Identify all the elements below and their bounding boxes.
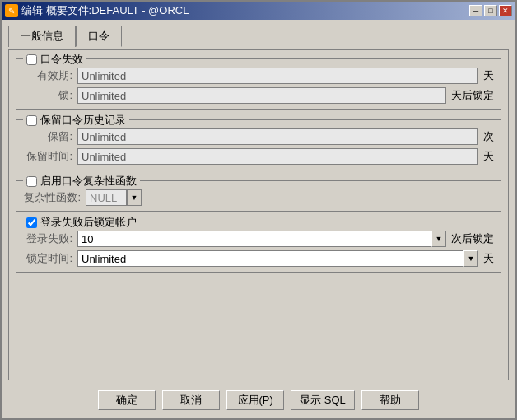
checkbox-history[interactable] [26, 115, 37, 126]
group-complexity: 启用口令复杂性函数 复杂性函数: ▼ [16, 180, 501, 212]
lockout-row-2: 锁定时间: ▼ 天 [23, 250, 494, 267]
lockout-input-1[interactable] [77, 231, 431, 247]
tab-general[interactable]: 一般信息 [8, 26, 76, 47]
apply-button[interactable]: 应用(P) [226, 390, 284, 410]
lockout-label-2: 锁定时间: [23, 251, 72, 266]
button-bar: 确定 取消 应用(P) 显示 SQL 帮助 [8, 384, 509, 413]
history-label-1: 保留: [23, 129, 72, 144]
lockout-input-2[interactable] [77, 250, 463, 267]
checkbox-expire[interactable] [26, 54, 37, 65]
group-expire-content: 有效期: 天 锁: 天后锁定 [23, 68, 494, 104]
expire-input-2[interactable] [77, 87, 446, 104]
group-lockout: 登录失败后锁定帐户 登录失败: ▼ 次后锁定 锁定时间: [16, 222, 501, 273]
title-buttons: ─ □ ✕ [469, 5, 512, 16]
complexity-label-1: 复杂性函数: [23, 190, 81, 205]
tab-password[interactable]: 口令 [76, 26, 122, 47]
lockout-row-1: 登录失败: ▼ 次后锁定 [23, 231, 494, 247]
complexity-dropdown-btn[interactable]: ▼ [127, 189, 142, 206]
main-window: ✎ 编辑 概要文件:DEFAULT - @ORCL ─ □ ✕ 一般信息 口令 … [0, 0, 517, 420]
group-history-content: 保留: 次 保留时间: 天 [23, 128, 494, 165]
history-row-1: 保留: 次 [23, 128, 494, 145]
checkbox-lockout[interactable] [26, 217, 37, 228]
group-history-label: 保留口令历史记录 [40, 113, 126, 128]
history-input-2[interactable] [77, 148, 478, 165]
group-complexity-content: 复杂性函数: ▼ [23, 189, 494, 206]
cancel-button[interactable]: 取消 [162, 390, 220, 410]
history-label-2: 保留时间: [23, 149, 72, 164]
complexity-input-1[interactable] [86, 189, 127, 206]
maximize-button[interactable]: □ [484, 5, 497, 16]
expire-suffix-1: 天 [483, 68, 494, 83]
checkbox-complexity[interactable] [26, 176, 37, 187]
show-sql-button[interactable]: 显示 SQL [291, 390, 355, 410]
expire-row-1: 有效期: 天 [23, 68, 494, 84]
title-bar-left: ✎ 编辑 概要文件:DEFAULT - @ORCL [5, 3, 189, 18]
tab-content-password: 口令失效 有效期: 天 锁: 天后锁定 [8, 49, 509, 380]
group-lockout-legend: 登录失败后锁定帐户 [23, 215, 140, 230]
group-lockout-content: 登录失败: ▼ 次后锁定 锁定时间: ▼ 天 [23, 231, 494, 267]
expire-suffix-2: 天后锁定 [451, 88, 494, 103]
group-lockout-label: 登录失败后锁定帐户 [40, 215, 137, 230]
group-expire: 口令失效 有效期: 天 锁: 天后锁定 [16, 58, 501, 110]
close-button[interactable]: ✕ [499, 5, 512, 16]
lockout-suffix-1: 次后锁定 [451, 231, 494, 246]
lockout-input-group-2: ▼ [77, 250, 478, 267]
group-complexity-label: 启用口令复杂性函数 [40, 174, 137, 189]
group-history-legend: 保留口令历史记录 [23, 113, 129, 128]
lockout-suffix-2: 天 [483, 251, 494, 266]
minimize-button[interactable]: ─ [469, 5, 482, 16]
help-button[interactable]: 帮助 [361, 390, 419, 410]
app-icon: ✎ [5, 4, 18, 17]
history-suffix-2: 天 [483, 149, 494, 164]
tabs: 一般信息 口令 [8, 25, 509, 46]
complexity-input-group: ▼ [86, 189, 142, 206]
content-area: 一般信息 口令 口令失效 有效期: 天 锁: [2, 20, 515, 418]
title-bar: ✎ 编辑 概要文件:DEFAULT - @ORCL ─ □ ✕ [2, 2, 515, 20]
confirm-button[interactable]: 确定 [98, 390, 156, 410]
history-row-2: 保留时间: 天 [23, 148, 494, 165]
lockout-dropdown-btn-2[interactable]: ▼ [463, 250, 478, 267]
history-suffix-1: 次 [483, 129, 494, 144]
lockout-input-group-1: ▼ [77, 231, 446, 247]
group-history: 保留口令历史记录 保留: 次 保留时间: 天 [16, 119, 501, 170]
lockout-label-1: 登录失败: [23, 231, 72, 246]
group-expire-legend: 口令失效 [23, 52, 86, 67]
expire-label-2: 锁: [23, 88, 72, 103]
expire-input-1[interactable] [77, 68, 478, 84]
expire-label-1: 有效期: [23, 68, 72, 83]
lockout-dropdown-btn-1[interactable]: ▼ [431, 231, 446, 247]
group-expire-label: 口令失效 [40, 52, 83, 67]
expire-row-2: 锁: 天后锁定 [23, 87, 494, 104]
complexity-row-1: 复杂性函数: ▼ [23, 189, 494, 206]
history-input-1[interactable] [77, 128, 478, 145]
window-title: 编辑 概要文件:DEFAULT - @ORCL [21, 3, 189, 18]
group-complexity-legend: 启用口令复杂性函数 [23, 174, 140, 189]
